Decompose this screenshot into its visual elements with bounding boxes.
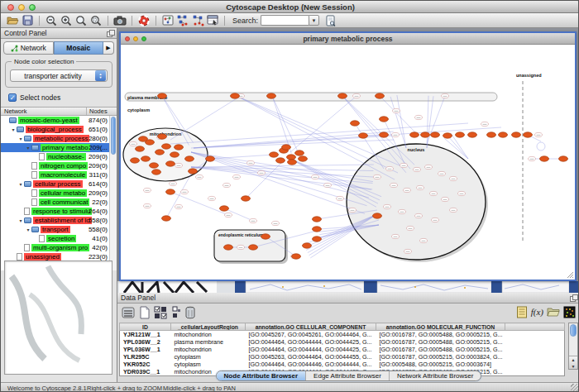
selected-network-node[interactable] [376,93,385,98]
window-resize-grip[interactable] [571,384,579,392]
selected-network-node[interactable] [338,93,347,98]
tree-expand-icon[interactable]: ▾ [25,227,31,232]
network-overview-icon[interactable] [160,14,175,27]
table-row[interactable]: YKR052Ccytoplasm[GO:0044464, GO:0044446,… [120,361,565,368]
selected-network-node[interactable] [295,151,304,155]
selected-network-node[interactable] [131,158,140,163]
tree-row[interactable]: nucleobase-209(0) [1,152,117,161]
table-row[interactable]: YPL036W__1mitochondrion[GO:0044464, GO:0… [120,346,565,353]
search-input[interactable]: ▼ [261,15,319,26]
tab-node-attribute-browser[interactable]: Node Attribute Browser [217,371,307,380]
table-row[interactable]: YJR121W__1mitochondrion[GO:0045267, GO:0… [120,331,565,339]
selected-network-node[interactable] [288,160,297,165]
selected-network-node[interactable] [410,132,419,137]
selected-network-node[interactable] [380,132,389,137]
float-data-panel-icon[interactable] [570,294,577,301]
selected-network-node[interactable] [141,156,151,161]
network-window-titlebar[interactable]: primary metabolic process [121,33,575,45]
tab-network-attribute-browser[interactable]: Network Attribute Browser [390,371,481,380]
tree-expand-icon[interactable]: ▾ [10,127,17,132]
scroll-down-icon[interactable]: ▼ [569,363,577,370]
matrix-icon[interactable] [563,306,576,318]
network-edge[interactable] [170,96,241,140]
background-windows[interactable] [117,281,579,293]
selected-network-node[interactable] [559,156,568,161]
table-cell[interactable]: [GO:0016787, GO:0005215, GO:0003824, G..… [376,353,505,361]
delete-attribute-icon[interactable] [184,306,196,319]
scroll-up-icon[interactable]: ▲ [569,356,577,363]
snapshot-icon[interactable] [112,14,127,27]
selected-network-node[interactable] [373,213,382,218]
selected-network-node[interactable] [524,132,533,137]
selected-network-node[interactable] [421,132,430,137]
tab-mosaic[interactable]: Mosaic [54,41,104,55]
tab-overflow-arrow[interactable]: ▶ [103,41,114,55]
tree-row[interactable]: cell communicat22(0) [1,198,117,207]
table-scrollbar[interactable]: ▲▼ [568,323,578,370]
select-attributes-icon[interactable] [154,306,168,319]
open-icon[interactable] [5,14,20,27]
tree-row[interactable]: nitrogen compo209(0) [1,161,117,170]
selected-network-node[interactable] [166,161,175,166]
layout-spring-icon[interactable] [175,14,190,27]
node-color-dropdown[interactable]: transporter activity ▲▼ [10,69,108,82]
selected-network-node[interactable] [431,132,440,137]
zoom-in-icon[interactable] [59,14,74,27]
tree-row[interactable]: response to stimulu264(0) [1,207,117,216]
selected-network-node[interactable] [185,156,194,161]
table-cell[interactable]: [GO:0005488, GO:0005215, GO:0003674] [376,361,505,368]
tree-expand-icon[interactable]: ▾ [17,181,24,187]
tree-row[interactable]: ▾metabolic process280(0) [1,134,117,143]
selected-network-node[interactable] [152,170,161,174]
formula-icon[interactable]: f(x) [531,306,543,318]
selected-network-node[interactable] [162,216,171,221]
zoom-fit-icon[interactable] [74,14,89,27]
table-cell[interactable]: mitochondrion [171,346,246,353]
selected-network-node[interactable] [175,145,184,150]
tree-row[interactable]: ▾primary metabo209(... [1,143,117,152]
table-cell[interactable]: [GO:0045267, GO:0045261, GO:0044464, G..… [246,331,376,339]
selected-network-node[interactable] [303,243,312,248]
selected-network-node[interactable] [156,150,165,155]
selected-network-node[interactable] [287,155,296,160]
selected-network-node[interactable] [292,254,301,259]
tree-row[interactable]: cellular metabo209(0) [1,189,117,198]
selected-network-node[interactable] [313,217,322,222]
selected-network-node[interactable] [267,93,276,98]
tree-row[interactable]: secretion41(0) [1,234,117,243]
notes-icon[interactable] [516,306,528,318]
table-cell[interactable]: [GO:0016787, GO:0005488, GO:0005215, G..… [376,338,505,346]
select-nodes-checkbox[interactable]: ✓ Select nodes [8,93,117,102]
table-column-header[interactable]: ID [120,323,171,331]
selected-network-node[interactable] [299,156,308,161]
save-icon[interactable] [20,14,35,27]
table-cell[interactable]: YPL036W__1 [120,346,171,353]
tree-row[interactable]: macromolecule311(0) [1,170,117,179]
selected-network-node[interactable] [359,133,368,138]
table-cell[interactable]: cytoplasm [171,353,246,361]
selected-network-node[interactable] [242,196,251,201]
table-cell[interactable]: plasma membrane [171,338,246,346]
selected-network-node[interactable] [443,133,452,138]
tree-expand-icon[interactable]: ▾ [17,218,24,223]
table-column-header[interactable]: annotation.GO CELLULAR_COMPONENT [246,323,376,331]
selected-network-node[interactable] [162,144,171,149]
import-attributes-icon[interactable] [547,306,560,318]
selected-network-node[interactable] [540,156,549,161]
table-cell[interactable]: YPL036W__2 [120,338,171,346]
tree-row[interactable]: ▾cellular process614(0) [1,179,117,189]
table-row[interactable]: YLR295Ccytoplasm[GO:0045263, GO:0044464,… [120,353,565,361]
search-dropdown-arrow[interactable]: ▼ [309,15,319,26]
selected-network-node[interactable] [166,189,175,194]
table-column-header[interactable]: _cellularLayoutRegion [171,323,246,331]
tree-scrollbar[interactable] [109,116,117,270]
selected-network-node[interactable] [170,152,179,157]
table-cell[interactable]: YJR121W__1 [120,331,171,339]
selected-network-node[interactable] [499,132,508,137]
table-cell[interactable]: mitochondrion [171,331,246,339]
network-view-window[interactable]: primary metabolic process plasma membran… [119,31,577,281]
table-cell[interactable]: [GO:0045263, GO:0044464, GO:0044455, G..… [246,353,376,361]
table-row[interactable]: YPL036W__2plasma membrane[GO:0044464, GO… [120,338,565,346]
selected-network-node[interactable] [206,156,215,161]
selected-network-node[interactable] [231,93,240,98]
